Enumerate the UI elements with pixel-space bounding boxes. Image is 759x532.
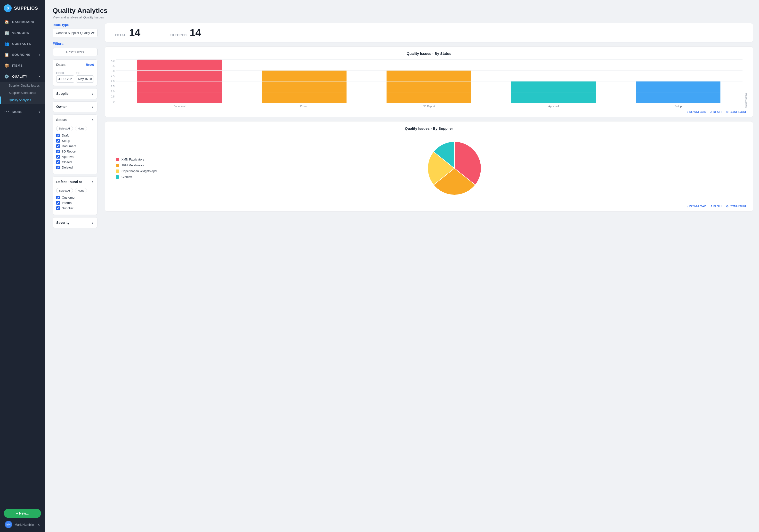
defect-none-button[interactable]: None	[75, 188, 87, 193]
issue-type-select[interactable]: Generic Supplier Quality Workflow	[53, 29, 98, 37]
defect-filter-section: Defect Found at ∧ Select All None Custom…	[53, 177, 98, 215]
dates-filter-body: FROM TO	[53, 72, 97, 86]
total-value: 14	[129, 28, 140, 38]
sidebar-label-quality: QUALITY	[12, 75, 27, 78]
pie-chart-reset[interactable]: ↺ RESET	[709, 205, 723, 208]
sidebar-sub-supplier-quality-issues[interactable]: Supplier Quality Issues	[0, 82, 45, 89]
reset-icon: ↺	[709, 110, 712, 114]
sidebar-sub-supplier-scorecards[interactable]: Supplier Scorecards	[0, 89, 45, 97]
defect-checkbox-input[interactable]	[56, 206, 60, 210]
dates-label: Dates	[56, 63, 65, 67]
pie-chart-configure[interactable]: ⚙ CONFIGURE	[726, 205, 747, 208]
defect-checkbox-customer[interactable]: Customer	[56, 196, 94, 199]
supplier-chevron-icon: ∨	[92, 92, 94, 96]
pie-configure-icon: ⚙	[726, 205, 729, 208]
bar-chart-configure[interactable]: ⚙ CONFIGURE	[726, 110, 747, 114]
defect-checkbox-input[interactable]	[56, 201, 60, 205]
sourcing-icon: 📋	[4, 52, 9, 57]
pie-chart-actions: ↓ DOWNLOAD ↺ RESET ⚙ CONFIGURE	[111, 205, 747, 208]
logo[interactable]: S SUPPLIOS	[0, 0, 45, 17]
status-checkbox-approval[interactable]: Approval	[56, 155, 94, 159]
y-axis-label: Quality Issues	[744, 60, 747, 108]
status-checkbox-input[interactable]	[56, 166, 60, 169]
status-checkbox-input[interactable]	[56, 160, 60, 164]
from-date-input[interactable]	[56, 75, 74, 83]
bar-closed	[262, 70, 346, 103]
sidebar-item-dashboard[interactable]: 🏠 DASHBOARD	[0, 17, 45, 27]
owner-filter-section: Owner ∨	[53, 102, 98, 112]
defect-checkbox-supplier[interactable]: Supplier	[56, 206, 94, 210]
vendors-icon: 🏢	[4, 30, 9, 35]
severity-label: Severity	[56, 221, 69, 225]
defect-chevron-icon: ∧	[92, 180, 94, 184]
sidebar-sub-quality-analytics[interactable]: Quality Analytics	[0, 97, 45, 104]
bar-document	[137, 59, 222, 103]
totals-bar: TOTAL 14 FILTERED 14	[105, 23, 753, 42]
defect-checkbox-internal[interactable]: Internal	[56, 201, 94, 205]
y-tick-30: 3.0	[111, 69, 114, 72]
defect-select-all-button[interactable]: Select All	[56, 188, 73, 193]
severity-chevron-icon: ∨	[92, 221, 94, 225]
bar-chart-actions: ↓ DOWNLOAD ↺ RESET ⚙ CONFIGURE	[111, 110, 747, 114]
status-checkbox-input[interactable]	[56, 144, 60, 148]
filters-title: Filters	[53, 41, 98, 46]
quality-chevron-icon: ∨	[38, 75, 41, 78]
sidebar-item-more[interactable]: ··· MORE ∨	[0, 106, 45, 118]
content-area: Issue Type Generic Supplier Quality Work…	[45, 23, 759, 532]
status-checkbox-8d-report[interactable]: 8D Report	[56, 149, 94, 153]
pie-chart-area: XMN Fabricators JRM Metalworks Copenhage…	[111, 134, 747, 202]
page-header: Quality Analytics View and analyze all Q…	[45, 0, 759, 23]
bar-group-setup: Setup	[618, 81, 739, 108]
bar-8d-report	[386, 70, 471, 103]
status-checkbox-draft[interactable]: Draft	[56, 134, 94, 137]
bar-chart-reset[interactable]: ↺ RESET	[709, 110, 723, 114]
logo-icon: S	[4, 4, 12, 12]
status-checkbox-input[interactable]	[56, 155, 60, 159]
bar-group-8d-report: 8D Report	[369, 70, 489, 108]
dates-reset-link[interactable]: Reset	[86, 63, 94, 66]
reset-filters-button[interactable]: Reset Filters	[53, 48, 98, 56]
issue-type-label: Issue Type	[53, 23, 98, 27]
defect-filter-header[interactable]: Defect Found at ∧	[53, 177, 97, 187]
sidebar-bottom: + New... MH Mark Hamblin ∧	[0, 505, 45, 532]
dates-filter-header[interactable]: Dates Reset	[53, 60, 97, 70]
status-checkbox-input[interactable]	[56, 134, 60, 137]
y-tick-40: 4.0	[111, 60, 114, 62]
owner-filter-header[interactable]: Owner ∨	[53, 102, 97, 112]
status-filter-header[interactable]: Status ∧	[53, 115, 97, 125]
legend-item-xmn-fabricators: XMN Fabricators	[116, 158, 157, 161]
sidebar-item-contacts[interactable]: 👥 CONTACTS	[0, 38, 45, 49]
status-checkbox-input[interactable]	[56, 139, 60, 143]
to-date-input[interactable]	[76, 75, 94, 83]
y-tick-25: 2.5	[111, 75, 114, 78]
pie-chart-download[interactable]: ↓ DOWNLOAD	[687, 205, 706, 208]
to-date-col: TO	[76, 72, 94, 83]
supplier-label: Supplier	[56, 92, 70, 96]
defect-checkbox-input[interactable]	[56, 196, 60, 199]
status-checkbox-setup[interactable]: Setup	[56, 139, 94, 143]
bar-chart-download[interactable]: ↓ DOWNLOAD	[687, 110, 706, 114]
status-checkbox-input[interactable]	[56, 149, 60, 153]
sidebar-item-more-label: MORE	[12, 110, 22, 114]
sidebar-item-items[interactable]: 📦 ITEMS	[0, 60, 45, 71]
status-checkbox-closed[interactable]: Closed	[56, 160, 94, 164]
status-none-button[interactable]: None	[75, 126, 87, 131]
severity-filter-header[interactable]: Severity ∨	[53, 218, 97, 228]
total-label: TOTAL	[115, 33, 126, 37]
dates-row: FROM TO	[56, 72, 94, 83]
defect-select-row: Select All None	[56, 188, 94, 193]
status-checkbox-deleted[interactable]: Deleted	[56, 166, 94, 169]
sidebar-item-quality[interactable]: ⚙️ QUALITY ∨	[0, 71, 45, 82]
user-row[interactable]: MH Mark Hamblin ∧	[4, 518, 41, 528]
sidebar-item-vendors[interactable]: 🏢 VENDORS	[0, 27, 45, 38]
new-button[interactable]: + New...	[4, 509, 41, 518]
quality-icon: ⚙️	[4, 74, 9, 79]
sidebar-item-sourcing[interactable]: 📋 SOURCING ∨	[0, 49, 45, 60]
status-select-all-button[interactable]: Select All	[56, 126, 73, 131]
bar-chart-card: Quality Issues - By Status 4.0 3.5 3.0 2…	[105, 46, 753, 117]
status-checkbox-document[interactable]: Document	[56, 144, 94, 148]
legend-item-jrm-metalworks: JRM Metalworks	[116, 164, 157, 167]
bar-label-document: Document	[173, 105, 185, 108]
supplier-filter-header[interactable]: Supplier ∨	[53, 89, 97, 99]
status-label: Status	[56, 118, 67, 122]
